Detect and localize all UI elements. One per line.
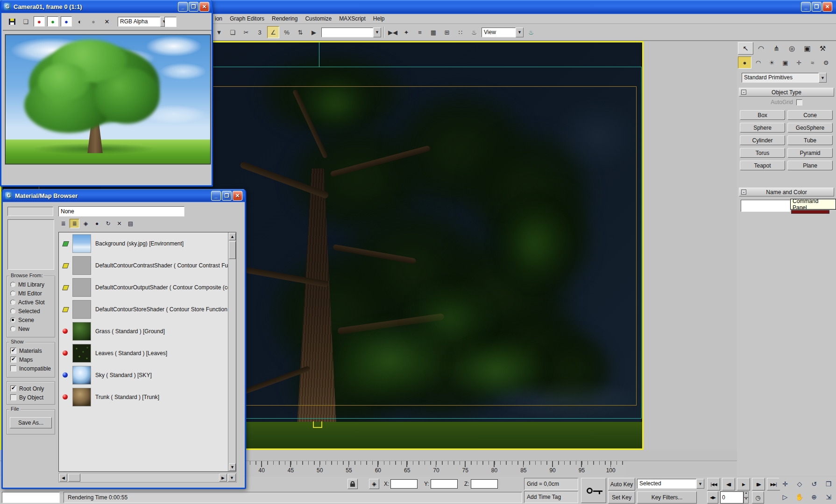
- collapse-icon[interactable]: -: [741, 189, 746, 195]
- render-toolbar-icon[interactable]: [7, 16, 18, 27]
- window-button[interactable]: ❐: [189, 2, 198, 12]
- scroll-right-icon[interactable]: ▶: [219, 474, 227, 482]
- playback-button[interactable]: |◀◀: [707, 478, 720, 490]
- viewport-nav-button[interactable]: ⊕: [808, 491, 820, 503]
- primitive-button[interactable]: Pyramid: [787, 148, 833, 158]
- browser-toolbar-icon[interactable]: ▤: [126, 219, 135, 228]
- material-list-item[interactable]: DefaultContourOutputShader ( Contour Com…: [59, 276, 236, 298]
- time-configuration-button[interactable]: ◷: [752, 491, 764, 504]
- scrollbar-thumb[interactable]: [229, 241, 236, 259]
- category-button[interactable]: ≈: [806, 56, 819, 69]
- toolbar-icon[interactable]: %: [281, 26, 293, 38]
- category-button[interactable]: ⚙: [819, 56, 833, 69]
- primitive-button[interactable]: GeoSphere: [787, 123, 833, 133]
- named-selection-combo[interactable]: ▼: [321, 28, 381, 37]
- render-toolbar-icon[interactable]: ✕: [101, 16, 113, 27]
- menu-item[interactable]: Rendering: [268, 14, 301, 23]
- menu-item[interactable]: Graph Editors: [226, 14, 268, 23]
- camera-window-titlebar[interactable]: G Camera01, frame 0 (1:1) _❐✕: [1, 0, 212, 13]
- window-button[interactable]: _: [211, 191, 221, 201]
- category-button[interactable]: ☀: [765, 56, 779, 69]
- auto-key-button[interactable]: Auto Key: [608, 478, 635, 490]
- primitives-dropdown[interactable]: Standard Primitives ▼: [742, 73, 827, 83]
- material-list-item[interactable]: Sky ( Standard ) [SKY]: [59, 364, 236, 386]
- show-option[interactable]: Maps: [10, 355, 51, 364]
- filter-option[interactable]: Root Only: [10, 384, 44, 393]
- viewport-nav-button[interactable]: ▷: [779, 491, 791, 503]
- filter-option[interactable]: By Object: [10, 393, 44, 402]
- primitive-button[interactable]: Teapot: [740, 161, 785, 170]
- list-vertical-scrollbar[interactable]: ▲ ▼: [228, 232, 236, 471]
- chevron-down-icon[interactable]: ▼: [819, 73, 827, 83]
- frame-spinner[interactable]: ▲▼: [744, 491, 749, 504]
- viewport-nav-button[interactable]: ↺: [808, 478, 820, 490]
- view-dropdown[interactable]: View ▼: [482, 28, 524, 37]
- toolbar-icon[interactable]: ⊞: [441, 26, 453, 38]
- panel-tab[interactable]: ⚒: [815, 42, 830, 55]
- background-color-swatch[interactable]: [164, 17, 177, 27]
- browser-toolbar-icon[interactable]: ≣: [58, 219, 68, 228]
- primitive-button[interactable]: Cylinder: [740, 135, 785, 145]
- browser-toolbar-icon[interactable]: ✕: [114, 219, 124, 228]
- save-as-button[interactable]: Save As...: [10, 417, 52, 428]
- scrollbar-thumb[interactable]: [68, 474, 80, 482]
- show-option[interactable]: Materials: [10, 346, 51, 355]
- toolbar-icon[interactable]: ▶◀: [387, 26, 399, 38]
- material-list-item[interactable]: Leaves ( Standard ) [Leaves]: [59, 342, 236, 364]
- key-mode-toggle[interactable]: ◀▶: [707, 491, 718, 504]
- playback-button[interactable]: ▶▶|: [767, 478, 780, 490]
- toolbar-icon[interactable]: ⇅: [294, 26, 306, 38]
- material-list[interactable]: Background (sky.jpg) [Environment] Defau…: [58, 232, 236, 472]
- toolbar-icon[interactable]: ✦: [400, 26, 412, 38]
- autogrid-checkbox[interactable]: [796, 99, 802, 105]
- category-button[interactable]: ●: [738, 56, 751, 69]
- panel-tab[interactable]: ▣: [800, 42, 815, 55]
- toolbar-icon[interactable]: ▦: [427, 26, 439, 38]
- material-browser-titlebar[interactable]: G Material/Map Browser _❐✕: [3, 189, 245, 202]
- browse-from-option[interactable]: New: [10, 324, 45, 333]
- list-horizontal-scrollbar[interactable]: ◀ ▶ ▼: [58, 473, 237, 483]
- render-toolbar-icon[interactable]: ●: [47, 16, 58, 27]
- toolbar-icon[interactable]: ❏: [227, 26, 239, 38]
- maxscript-mini-listener[interactable]: [2, 492, 60, 503]
- browser-toolbar-icon[interactable]: ↻: [103, 219, 113, 228]
- key-filter-dropdown[interactable]: Selected ▼: [637, 479, 704, 489]
- x-coordinate-field[interactable]: [390, 479, 418, 489]
- window-button[interactable]: ✕: [822, 2, 832, 12]
- object-name-field[interactable]: [741, 200, 790, 212]
- menu-item[interactable]: Customize: [301, 14, 335, 23]
- material-name-field[interactable]: [7, 207, 53, 216]
- chevron-down-icon[interactable]: ▼: [373, 28, 381, 37]
- selected-map-field[interactable]: None: [58, 206, 184, 217]
- primitive-button[interactable]: Box: [740, 110, 785, 120]
- viewport-nav-button[interactable]: ❐: [822, 478, 835, 490]
- material-map-browser-window[interactable]: G Material/Map Browser _❐✕ None ≣≣◈●↻✕▤ …: [1, 189, 246, 489]
- panel-tab[interactable]: ◎: [784, 42, 800, 55]
- chevron-down-icon[interactable]: ▼: [228, 474, 236, 482]
- playback-button[interactable]: ▮▶: [752, 478, 765, 490]
- scroll-left-icon[interactable]: ◀: [59, 474, 67, 482]
- set-keys-button[interactable]: [581, 478, 606, 503]
- add-time-tag[interactable]: Add Time Tag: [524, 491, 578, 503]
- viewport-nav-button[interactable]: ✋: [793, 491, 806, 503]
- chevron-down-icon[interactable]: ▼: [696, 479, 704, 489]
- render-toolbar-icon[interactable]: ●: [61, 16, 72, 27]
- quick-render-icon[interactable]: ♨: [525, 26, 537, 38]
- show-option[interactable]: Incompatible: [10, 364, 51, 373]
- browser-toolbar-icon[interactable]: ◈: [81, 219, 91, 228]
- panel-tab[interactable]: ↖: [738, 42, 753, 55]
- playback-button[interactable]: ◀▮: [722, 478, 735, 490]
- window-button[interactable]: ✕: [199, 2, 209, 12]
- toolbar-icon[interactable]: ✂: [240, 26, 252, 38]
- playback-button[interactable]: ▶: [737, 478, 750, 490]
- menu-item[interactable]: Help: [369, 14, 389, 23]
- toolbar-icon[interactable]: 3: [254, 26, 266, 38]
- primitive-button[interactable]: Torus: [740, 148, 785, 158]
- primitive-button[interactable]: Sphere: [740, 123, 785, 133]
- menu-item[interactable]: ion: [211, 14, 226, 23]
- z-coordinate-field[interactable]: [471, 479, 498, 489]
- category-button[interactable]: ▣: [779, 56, 792, 69]
- toolbar-icon[interactable]: ♨: [468, 26, 480, 38]
- current-frame-field[interactable]: 0 ▲▼: [720, 491, 749, 504]
- browse-from-option[interactable]: Scene: [10, 315, 45, 324]
